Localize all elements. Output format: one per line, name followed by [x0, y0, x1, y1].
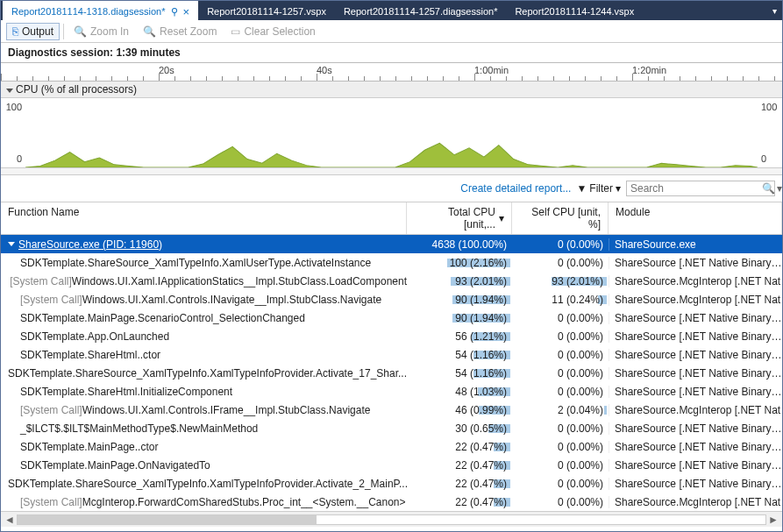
module-name: ShareSource [.NET Native Binary: S: [609, 367, 782, 379]
system-call-prefix: [System Call]: [20, 294, 82, 306]
module-name: ShareSource [.NET Native Binary: S: [609, 330, 782, 343]
sort-down-icon: ▾: [499, 212, 504, 224]
function-row[interactable]: SDKTemplate.ShareSource_XamlTypeInfo.Xam…: [1, 364, 782, 382]
function-row[interactable]: [System Call] Windows.UI.Xaml.Controls.I…: [1, 290, 782, 309]
cpu-header-label: CPU (% of all processors): [16, 83, 137, 96]
scroll-thumb[interactable]: [18, 515, 317, 524]
function-row[interactable]: SDKTemplate.ShareSource_XamlTypeInfo.Xam…: [1, 253, 782, 272]
scroll-right-icon[interactable]: ►: [766, 514, 780, 526]
tab-label: Report20181114-1318.diagsession*: [11, 6, 166, 17]
expand-icon[interactable]: [8, 242, 15, 246]
scroll-track[interactable]: [17, 514, 766, 525]
report-toolbar: Create detailed report... ▼ Filter ▾ 🔍 ▾: [1, 175, 782, 202]
zoom-in-button[interactable]: 🔍 Zoom In: [68, 23, 135, 40]
module-name: ShareSource.exe: [609, 238, 782, 251]
self-cpu-value: 0 (0.00%): [558, 349, 603, 361]
function-name: SDKTemplate.MainPage..ctor: [20, 441, 158, 453]
ruler-label: 1:20min: [632, 65, 666, 75]
system-call-prefix: [System Call]: [10, 275, 72, 287]
chevron-down-icon: ▾: [616, 182, 621, 195]
module-name: ShareSource [.NET Native Binary: S: [609, 257, 782, 269]
tab-overflow[interactable]: ▾: [772, 1, 782, 20]
search-icon[interactable]: 🔍: [762, 182, 775, 195]
col-self-cpu[interactable]: Self CPU [unit, %]: [512, 202, 609, 234]
horizontal-scrollbar[interactable]: ◄ ►: [1, 511, 782, 527]
dropdown-icon: ▾: [772, 6, 777, 16]
function-row[interactable]: SDKTemplate.ShareHtml..ctor54 (1.16%)0 (…: [1, 345, 782, 364]
tab-active[interactable]: Report20181114-1318.diagsession* ⚲ ×: [3, 1, 198, 20]
function-name: SDKTemplate.ShareSource_XamlTypeInfo.Xam…: [8, 478, 407, 490]
clear-selection-button[interactable]: ▭ Clear Selection: [224, 23, 321, 40]
function-row[interactable]: SDKTemplate.MainPage..ctor22 (0.47%)0 (0…: [1, 437, 782, 456]
tab[interactable]: Report20181114-1257.diagsession*: [335, 1, 507, 20]
chevron-down-icon[interactable]: ▾: [777, 182, 782, 195]
function-name: SDKTemplate.App.OnLaunched: [20, 330, 169, 343]
function-row[interactable]: [System Call] McgInterop.ForwardComShare…: [1, 493, 782, 511]
filter-icon: ▼: [576, 182, 587, 195]
function-row[interactable]: SDKTemplate.MainPage.ScenarioControl_Sel…: [1, 309, 782, 327]
total-cpu-value: 4638 (100.00%): [432, 238, 507, 251]
column-headers: Function Name Total CPU [unit,...▾ Self …: [1, 202, 782, 235]
function-name: SDKTemplate.ShareSource_XamlTypeInfo.Xam…: [8, 367, 407, 379]
filter-button[interactable]: ▼ Filter ▾: [576, 182, 621, 195]
self-cpu-value: 0 (0.00%): [558, 478, 603, 490]
yaxis-left: 100 0: [1, 98, 25, 167]
function-name: Windows.UI.Xaml.Controls.IFrame__Impl.St…: [82, 404, 371, 416]
function-row[interactable]: SDKTemplate.MainPage.OnNavigatedTo22 (0.…: [1, 456, 782, 474]
ruler-label: 1:00min: [474, 65, 509, 75]
function-row[interactable]: SDKTemplate.ShareSource_XamlTypeInfo.Xam…: [1, 474, 782, 493]
ruler-label: 20s: [159, 65, 174, 75]
svg-marker-0: [25, 143, 758, 167]
collapse-icon[interactable]: [6, 89, 13, 93]
process-link[interactable]: ShareSource.exe (PID: 11960): [18, 238, 162, 251]
total-cpu-value: 54 (1.16%): [455, 367, 507, 379]
total-cpu-value: 48 (1.03%): [455, 386, 507, 398]
yaxis-max-r: 100: [761, 102, 777, 112]
total-cpu-value: 46 (0.99%): [455, 404, 507, 416]
function-row[interactable]: [System Call] Windows.UI.Xaml.Controls.I…: [1, 401, 782, 419]
cpu-chart-row: 100 0 100 0: [1, 98, 782, 168]
pin-icon[interactable]: ⚲: [171, 6, 178, 18]
function-row[interactable]: SDKTemplate.ShareHtml.InitializeComponen…: [1, 382, 782, 401]
total-cpu-value: 22 (0.47%): [455, 441, 507, 453]
col-total-cpu[interactable]: Total CPU [unit,...▾: [407, 202, 512, 234]
reset-zoom-button[interactable]: 🔍 Reset Zoom: [137, 23, 223, 40]
ruler-label: 40s: [317, 65, 332, 75]
scroll-left-icon[interactable]: ◄: [3, 514, 17, 526]
col-module[interactable]: Module: [609, 202, 782, 234]
function-name: SDKTemplate.ShareSource_XamlTypeInfo.Xam…: [20, 257, 371, 269]
yaxis-min: 0: [17, 153, 22, 164]
total-cpu-value: 22 (0.47%): [455, 459, 507, 472]
col-function-name[interactable]: Function Name: [1, 202, 407, 234]
total-cpu-value: 90 (1.94%): [455, 312, 507, 324]
reset-zoom-icon: 🔍: [143, 25, 156, 38]
time-ruler[interactable]: 20s40s1:00min1:20min: [1, 62, 782, 82]
module-name: ShareSource [.NET Native Binary: S: [609, 478, 782, 490]
tab[interactable]: Report20181114-1257.vspx: [198, 1, 335, 20]
create-detailed-report-link[interactable]: Create detailed report...: [460, 182, 571, 195]
close-icon[interactable]: ×: [183, 6, 190, 18]
self-cpu-value: 11 (0.24%): [552, 294, 603, 306]
splitter[interactable]: [1, 168, 782, 175]
session-value: 1:39 minutes: [116, 46, 180, 59]
module-name: ShareSource.McgInterop [.NET Nat: [609, 275, 782, 287]
tab[interactable]: Report20181114-1244.vspx: [506, 1, 643, 20]
root-process-row[interactable]: ShareSource.exe (PID: 11960)4638 (100.00…: [1, 235, 782, 253]
total-cpu-value: 56 (1.21%): [455, 330, 507, 343]
module-name: ShareSource [.NET Native Binary: S: [609, 459, 782, 472]
function-row[interactable]: _$ILCT$.$ILT$MainMethodType$.NewMainMeth…: [1, 419, 782, 437]
search-input[interactable]: [630, 182, 762, 195]
function-name: _$ILCT$.$ILT$MainMethodType$.NewMainMeth…: [20, 422, 258, 435]
search-box[interactable]: 🔍 ▾: [626, 181, 775, 196]
function-name: Windows.UI.Xaml.Controls.INavigate__Impl…: [82, 294, 381, 306]
function-rows: ShareSource.exe (PID: 11960)4638 (100.00…: [1, 235, 782, 511]
zoom-in-icon: 🔍: [74, 25, 87, 38]
total-cpu-value: 100 (2.16%): [450, 257, 507, 269]
export-icon: ⎘: [12, 25, 18, 38]
output-button[interactable]: ⎘ Output: [6, 23, 60, 40]
function-row[interactable]: SDKTemplate.App.OnLaunched56 (1.21%)0 (0…: [1, 327, 782, 345]
function-name: SDKTemplate.ShareHtml..ctor: [20, 349, 160, 361]
cpu-chart[interactable]: [25, 98, 758, 167]
toolbar: ⎘ Output 🔍 Zoom In 🔍 Reset Zoom ▭ Clear …: [1, 20, 782, 43]
function-row[interactable]: [System Call] Windows.UI.Xaml.IApplicati…: [1, 272, 782, 290]
